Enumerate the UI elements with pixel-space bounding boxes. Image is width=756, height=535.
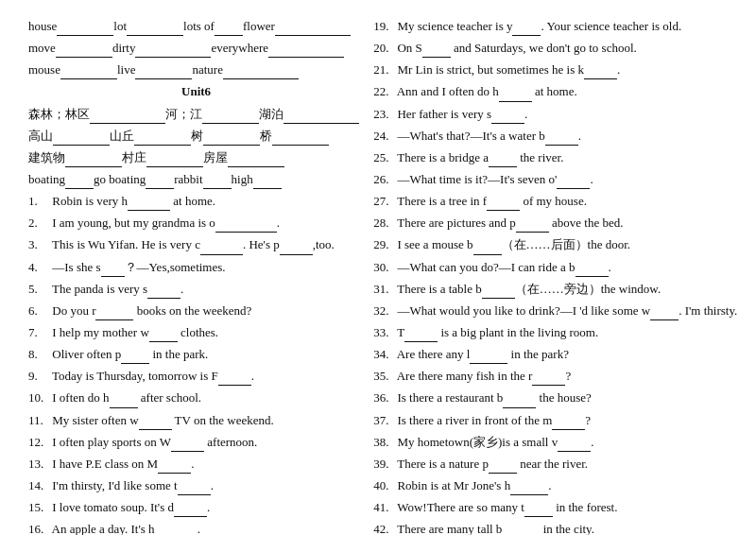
item-number: 27. — [373, 192, 394, 211]
right-list-item: 32. —What would you like to drink?—I 'd … — [373, 302, 737, 320]
item-number: 39. — [373, 455, 394, 474]
right-list-item: 31. There is a table b（在……旁边）the window. — [373, 280, 737, 299]
item-number: 34. — [373, 345, 394, 364]
item-number: 7. — [28, 323, 49, 342]
item-number: 16. — [28, 520, 49, 535]
right-list-item: 37. Is there a river in front of the m? — [373, 411, 737, 430]
item-number: 24. — [373, 127, 394, 146]
left-list-item: 13. I have P.E class on M. — [28, 455, 364, 474]
fill-blank — [147, 285, 180, 299]
unit-title: Unit6 — [28, 82, 364, 101]
fill-blank — [149, 329, 178, 342]
item-number: 30. — [373, 258, 394, 277]
item-number: 26. — [373, 170, 394, 189]
fill-blank — [215, 219, 277, 233]
item-number: 31. — [373, 280, 394, 299]
left-numbered-list: 1. Robin is very h at home.2. I am young… — [28, 192, 364, 535]
left-list-item: 6. Do you r books on the weekend? — [28, 302, 364, 320]
item-number: 19. — [373, 17, 394, 36]
item-number: 42. — [373, 520, 394, 535]
fill-blank — [524, 504, 553, 517]
item-number: 15. — [28, 498, 49, 517]
fill-blank — [482, 285, 515, 299]
left-list-item: 12. I often play sports on W afternoon. — [28, 433, 364, 452]
fill-blank — [512, 23, 541, 36]
item-number: 38. — [373, 433, 394, 452]
fill-blank — [558, 439, 591, 452]
fill-blank — [280, 242, 313, 255]
right-list-item: 29. I see a mouse b（在……后面）the door. — [373, 235, 737, 254]
right-list-item: 20. On S and Saturdays, we don't go to s… — [373, 39, 737, 58]
item-number: 29. — [373, 235, 394, 254]
right-list-item: 21. Mr Lin is strict, but sometimes he i… — [373, 60, 737, 79]
fill-blank — [139, 417, 172, 430]
right-list-item: 38. My hometown(家乡)is a small v. — [373, 433, 737, 452]
fill-blank — [491, 111, 524, 124]
right-list-item: 30. —What can you do?—I can ride a b. — [373, 258, 737, 277]
fill-blank — [174, 504, 207, 517]
right-list-item: 25. There is a bridge a the river. — [373, 148, 737, 167]
item-number: 25. — [373, 148, 394, 167]
item-number: 1. — [28, 192, 49, 211]
left-list-item: 15. I love tomato soup. It's d. — [28, 498, 364, 517]
fill-blank — [121, 351, 149, 364]
item-number: 41. — [373, 498, 394, 517]
item-number: 40. — [373, 476, 394, 495]
left-list-item: 2. I am young, but my grandma is o. — [28, 214, 364, 233]
item-number: 28. — [373, 214, 394, 233]
fill-blank — [128, 198, 170, 211]
right-list-item: 35. Are there many fish in the r? — [373, 367, 737, 386]
line-building: 建筑物村庄房屋 — [28, 148, 364, 167]
right-list-item: 40. Robin is at Mr Jone's h. — [373, 476, 737, 495]
line-house: houselotlots offlower — [28, 17, 364, 36]
fill-blank — [470, 351, 507, 364]
item-number: 3. — [28, 235, 49, 254]
fill-blank — [576, 264, 609, 277]
item-number: 8. — [28, 345, 49, 364]
fill-blank — [502, 526, 540, 535]
item-number: 36. — [373, 388, 394, 407]
right-list-item: 26. —What time is it?—It's seven o'. — [373, 170, 737, 189]
right-column: 19. My science teacher is y. Your scienc… — [373, 17, 737, 535]
fill-blank — [473, 242, 502, 255]
item-number: 5. — [28, 280, 49, 299]
left-list-item: 11. My sister often w TV on the weekend. — [28, 411, 364, 430]
fill-blank — [404, 329, 438, 342]
main-layout: houselotlots offlower movedirtyeverywher… — [28, 17, 728, 535]
line-boating: boatinggo boatingrabbithigh — [28, 170, 364, 189]
fill-blank — [171, 439, 204, 452]
fill-blank — [178, 482, 211, 495]
item-number: 10. — [28, 388, 49, 407]
item-number: 6. — [28, 302, 49, 320]
item-number: 23. — [373, 105, 394, 124]
fill-blank — [499, 89, 532, 102]
right-list-item: 34. Are there any l in the park? — [373, 345, 737, 364]
fill-blank — [101, 264, 125, 277]
item-number: 22. — [373, 82, 394, 101]
left-list-item: 16. An apple a day. It's h. — [28, 520, 364, 535]
left-list-item: 3. This is Wu Yifan. He is very c. He's … — [28, 235, 364, 254]
fill-blank — [200, 242, 243, 255]
fill-blank — [557, 176, 590, 189]
left-list-item: 5. The panda is very s. — [28, 280, 364, 299]
item-number: 35. — [373, 367, 394, 386]
line-mountain: 高山山丘树桥 — [28, 127, 364, 146]
item-number: 32. — [373, 302, 394, 320]
line-move: movedirtyeverywhere — [28, 39, 364, 58]
fill-blank — [552, 417, 585, 430]
fill-blank — [95, 307, 133, 320]
item-number: 2. — [28, 214, 49, 233]
fill-blank — [650, 307, 679, 320]
fill-blank — [489, 154, 517, 167]
line-forest: 森林；林区河；江湖泊 — [28, 105, 364, 124]
fill-blank — [487, 198, 520, 211]
left-list-item: 14. I'm thirsty, I'd like some t. — [28, 476, 364, 495]
right-numbered-list: 19. My science teacher is y. Your scienc… — [373, 17, 737, 535]
fill-blank — [545, 132, 578, 146]
left-list-item: 9. Today is Thursday, tomorrow is F. — [28, 367, 364, 386]
item-number: 33. — [373, 323, 394, 342]
left-list-item: 4. —Is she s？—Yes,sometimes. — [28, 258, 364, 277]
item-number: 11. — [28, 411, 49, 430]
fill-blank — [422, 44, 451, 58]
item-number: 14. — [28, 476, 49, 495]
